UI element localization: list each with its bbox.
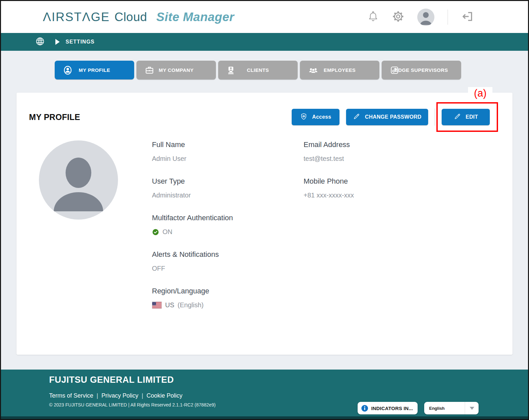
- footer-company-name: FUJITSU GENERAL LIMITED: [49, 375, 528, 385]
- my-profile-card: MY PROFILE Access: [16, 93, 513, 355]
- profile-details: Full Name Admin User User Type Administr…: [16, 140, 513, 323]
- field-label: Full Name: [152, 140, 304, 149]
- globe-icon: [35, 37, 45, 47]
- field-email: Email Address test@test.test: [304, 140, 513, 163]
- logo-cloud-text: Cloud: [114, 10, 147, 24]
- edit-button-wrap: EDIT (a): [442, 109, 490, 125]
- tab-edge-supervisors[interactable]: EDGE SUPERVISORS: [382, 61, 461, 79]
- us-flag-icon: [152, 302, 162, 309]
- notifications-button[interactable]: [367, 11, 379, 23]
- field-mobile-phone: Mobile Phone +81 xxx-xxxx-xxx: [304, 177, 513, 199]
- breadcrumb-settings: SETTINGS: [66, 39, 95, 45]
- field-value: +81 xxx-xxxx-xxx: [304, 192, 513, 199]
- tab-label: EDGE SUPERVISORS: [395, 67, 448, 73]
- user-avatar-icon: [417, 9, 434, 26]
- footer-controls: INDICATORS IN... English: [358, 402, 479, 414]
- cookie-policy-link[interactable]: Cookie Policy: [146, 392, 182, 399]
- field-label: Multifactor Authentication: [152, 214, 304, 222]
- profile-avatar: [39, 140, 118, 220]
- access-button[interactable]: Access: [292, 109, 339, 125]
- field-label: Region/Language: [152, 287, 304, 295]
- bell-icon: [367, 11, 379, 23]
- pencil-icon: [454, 113, 461, 122]
- tab-label: MY COMPANY: [159, 67, 194, 73]
- logout-icon: [461, 10, 474, 24]
- language-dropdown-value: English: [429, 406, 445, 411]
- gear-icon: [392, 10, 405, 24]
- check-circle-icon: [152, 228, 159, 236]
- briefcase-icon: [144, 65, 155, 75]
- chevron-down-icon: [470, 407, 474, 410]
- indicators-button-label: INDICATORS IN...: [371, 405, 413, 411]
- field-full-name: Full Name Admin User: [152, 140, 304, 163]
- user-avatar-button[interactable]: [417, 9, 434, 26]
- field-label: Email Address: [304, 140, 513, 149]
- card-actions: Access CHANGE PASSWORD: [292, 108, 490, 126]
- privacy-policy-link[interactable]: Privacy Policy: [102, 392, 138, 399]
- footer-bottom-strip: [1, 416, 528, 419]
- main-area: MY PROFILE MY COMPANY: [1, 51, 528, 370]
- settings-tabs: MY PROFILE MY COMPANY: [55, 61, 528, 79]
- settings-gear-button[interactable]: [392, 10, 405, 24]
- client-badge-icon: [226, 65, 236, 75]
- tab-my-profile[interactable]: MY PROFILE: [55, 61, 134, 79]
- fields-column-right: Email Address test@test.test Mobile Phon…: [304, 140, 513, 323]
- change-password-button-label: CHANGE PASSWORD: [365, 114, 421, 120]
- edit-button-label: EDIT: [466, 114, 478, 120]
- tab-employees[interactable]: EMPLOYEES: [300, 61, 379, 79]
- tab-label: MY PROFILE: [79, 67, 110, 73]
- edge-link-icon: [390, 65, 399, 75]
- indicators-info-button[interactable]: INDICATORS IN...: [358, 402, 418, 414]
- employees-group-icon: [308, 65, 319, 75]
- tab-label: CLIENTS: [247, 67, 269, 73]
- header-divider: [448, 10, 448, 25]
- pencil-icon: [353, 113, 360, 122]
- access-button-label: Access: [312, 114, 331, 120]
- tab-clients[interactable]: CLIENTS: [218, 61, 298, 79]
- logout-button[interactable]: [461, 10, 474, 24]
- alerts-status: OFF: [152, 265, 304, 272]
- breadcrumb-arrow-icon: [55, 39, 60, 45]
- button-divider: [435, 108, 435, 126]
- language-dropdown[interactable]: English: [424, 402, 479, 414]
- tab-my-company[interactable]: MY COMPANY: [136, 61, 216, 79]
- field-user-type: User Type Administrator: [152, 177, 304, 199]
- field-alerts: Alerts & Notifications OFF: [152, 250, 304, 272]
- field-mfa: Multifactor Authentication ON: [152, 214, 304, 236]
- app-window: ΛIRSTΛGE Cloud Site Manager: [0, 0, 529, 420]
- info-icon: [361, 405, 368, 412]
- edit-button[interactable]: EDIT: [442, 109, 490, 125]
- change-password-button[interactable]: CHANGE PASSWORD: [346, 109, 428, 125]
- header-actions: [367, 9, 474, 26]
- terms-of-service-link[interactable]: Terms of Service: [49, 392, 93, 399]
- shield-icon: [300, 113, 308, 122]
- breadcrumb-bar: SETTINGS: [1, 33, 528, 51]
- region-value: US: [165, 301, 174, 309]
- link-separator: |: [142, 392, 143, 399]
- annotation-a-label: (a): [468, 87, 492, 102]
- field-value: Admin User: [152, 155, 304, 163]
- profile-person-icon: [63, 65, 73, 75]
- globe-button[interactable]: [35, 37, 45, 47]
- tab-label: EMPLOYEES: [324, 67, 356, 73]
- page-title: MY PROFILE: [29, 112, 80, 122]
- top-header: ΛIRSTΛGE Cloud Site Manager: [1, 1, 528, 33]
- field-label: User Type: [152, 177, 304, 186]
- field-label: Mobile Phone: [304, 177, 513, 186]
- footer-links: Terms of Service | Privacy Policy | Cook…: [49, 392, 528, 399]
- field-value: Administrator: [152, 192, 304, 199]
- airstage-logo: ΛIRSTΛGE Cloud Site Manager: [43, 10, 234, 24]
- field-region-language: Region/Language: [152, 287, 304, 309]
- field-value: test@test.test: [304, 155, 513, 163]
- card-header: MY PROFILE Access: [16, 93, 513, 126]
- link-separator: |: [97, 392, 98, 399]
- logo-brand-text: ΛIRSTΛGE: [43, 10, 110, 24]
- field-label: Alerts & Notifications: [152, 250, 304, 259]
- language-value: (English): [178, 301, 204, 309]
- dropdown-caret-zone: [465, 402, 479, 414]
- fields-column-left: Full Name Admin User User Type Administr…: [152, 140, 304, 323]
- mfa-status: ON: [162, 228, 172, 236]
- logo-product-text: Site Manager: [156, 10, 234, 24]
- page-footer: FUJITSU GENERAL LIMITED Terms of Service…: [1, 370, 528, 419]
